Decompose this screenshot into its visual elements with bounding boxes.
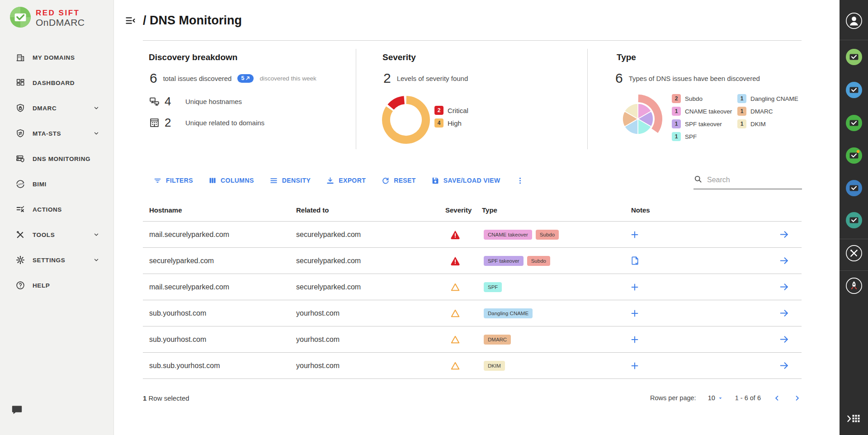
add-note-button[interactable] xyxy=(630,230,678,240)
type-chip: Dangling CNAME xyxy=(484,308,533,318)
pagination-range: 1 - 6 of 6 xyxy=(735,394,761,402)
row-detail-arrow-button[interactable] xyxy=(778,360,790,371)
type-chips-cell: CNAME takeoverSubdo xyxy=(484,230,628,240)
column-header-related-to[interactable]: Related to xyxy=(296,206,445,214)
add-note-button[interactable] xyxy=(630,308,678,318)
chevron-down-icon[interactable] xyxy=(93,232,99,239)
search-input[interactable] xyxy=(707,176,802,184)
severity-legend-item-high: 4High xyxy=(434,118,468,128)
column-header-notes[interactable]: Notes xyxy=(628,206,678,214)
reset-button[interactable]: RESET xyxy=(381,176,416,185)
domains-icon xyxy=(149,117,160,128)
row-detail-arrow-button[interactable] xyxy=(778,229,790,240)
sidebar-item-mta-sts[interactable]: MTA-STS xyxy=(0,121,113,146)
app-mail-check-icon[interactable] xyxy=(845,114,863,132)
sidebar-item-label: DNS MONITORING xyxy=(33,156,90,162)
table-row[interactable]: sub.yourhost.comyourhost.comDangling CNA… xyxy=(143,300,802,326)
rocket-circle-icon[interactable] xyxy=(845,278,862,294)
severity-donut-chart xyxy=(381,95,431,147)
related-to-cell: yourhost.com xyxy=(296,309,445,317)
sidebar-item-my-domains[interactable]: MY DOMAINS xyxy=(0,45,113,70)
sidebar-item-actions[interactable]: ACTIONS xyxy=(0,197,113,222)
apps-grid-icon[interactable] xyxy=(847,414,861,424)
sidebar-item-label: MTA-STS xyxy=(33,130,61,137)
table-row[interactable]: securelyparked.comsecurelyparked.comSPF … xyxy=(143,248,802,274)
sidebar-item-dashboard[interactable]: DASHBOARD xyxy=(0,70,113,95)
app-globe-check-icon[interactable] xyxy=(845,81,863,99)
search-box xyxy=(693,175,802,189)
filters-button[interactable]: FILTERS xyxy=(153,176,193,185)
chevron-down-icon[interactable] xyxy=(93,105,99,113)
sidebar-item-settings[interactable]: SETTINGS xyxy=(0,247,113,273)
add-note-button[interactable] xyxy=(630,335,678,345)
rows-per-page-select[interactable]: 10 xyxy=(708,394,723,402)
chevron-down-icon[interactable] xyxy=(93,257,99,265)
type-legend-item-dkim: 1DKIM xyxy=(737,119,798,128)
row-detail-arrow-button[interactable] xyxy=(778,307,790,319)
trend-up-icon xyxy=(245,76,250,80)
chat-bubble-icon[interactable] xyxy=(11,404,23,417)
header-divider xyxy=(143,40,802,41)
previous-page-button[interactable] xyxy=(773,394,781,402)
sidebar-item-tools[interactable]: TOOLS xyxy=(0,222,113,247)
row-detail-arrow-button[interactable] xyxy=(778,255,790,266)
rows-selected-text: 1 Row selected xyxy=(143,394,189,402)
my-domains-icon xyxy=(15,52,25,62)
more-options-button[interactable] xyxy=(516,176,524,185)
sidebar-item-bimi[interactable]: LOGOBIMI xyxy=(0,171,113,197)
dmarc-shield-icon xyxy=(15,103,25,113)
sidebar-item-dmarc[interactable]: DMARC xyxy=(0,95,113,121)
legend-count-badge: 1 xyxy=(737,94,746,103)
main-content: / DNS Monitoring Discovery breakdown 6 t… xyxy=(114,0,840,435)
app-ondmarc-icon[interactable] xyxy=(845,48,863,66)
related-to-cell: securelyparked.com xyxy=(296,231,445,239)
save-load-view-button[interactable]: SAVE/LOAD VIEW xyxy=(431,176,500,184)
chevron-down-icon[interactable] xyxy=(93,130,99,138)
brand-logo: RED SIFT OnDMARC xyxy=(10,7,85,29)
add-note-button[interactable] xyxy=(630,361,678,371)
kebab-menu-icon xyxy=(516,176,524,185)
app-mail-crown-icon[interactable] xyxy=(845,147,863,164)
app-radar-icon[interactable] xyxy=(845,212,863,229)
table-row[interactable]: sub.sub.yourhost.comyourhost.comDKIM xyxy=(143,353,802,379)
total-issues-value: 6 xyxy=(150,71,157,86)
table-row[interactable]: sub.yourhost.comyourhost.comDMARC xyxy=(143,326,802,353)
columns-button[interactable]: COLUMNS xyxy=(208,176,254,184)
sidebar-item-dns-monitoring[interactable]: DNS MONITORING xyxy=(0,146,113,171)
export-button[interactable]: EXPORT xyxy=(326,176,366,185)
filter-icon xyxy=(153,176,162,185)
type-chip: SPF takeover xyxy=(484,256,524,266)
column-header-severity[interactable]: Severity xyxy=(445,206,482,214)
type-legend-item-spf: 1SPF xyxy=(672,132,732,141)
app-flash-icon[interactable] xyxy=(845,180,863,197)
settings-gear-icon xyxy=(15,255,25,265)
tools-circle-icon[interactable] xyxy=(845,245,862,262)
table-row[interactable]: mail.securelyparked.comsecurelyparked.co… xyxy=(143,274,802,300)
card-divider xyxy=(587,49,588,149)
save-icon xyxy=(431,176,439,184)
note-added-button[interactable] xyxy=(630,255,678,266)
column-header-hostname[interactable]: Hostname xyxy=(143,206,296,214)
redsift-logo-icon xyxy=(10,7,31,29)
caret-down-icon xyxy=(717,395,723,401)
add-note-button[interactable] xyxy=(630,282,678,292)
type-legend-col2: 1Dangling CNAME1DMARC1DKIM xyxy=(737,94,798,128)
severity-legend: 2Critical4High xyxy=(434,106,468,128)
row-detail-arrow-button[interactable] xyxy=(778,281,790,293)
related-to-cell: yourhost.com xyxy=(296,362,445,370)
row-detail-arrow-button[interactable] xyxy=(778,334,790,345)
discovery-card-title: Discovery breakdown xyxy=(149,52,237,62)
table-row[interactable]: mail.securelyparked.comsecurelyparked.co… xyxy=(143,222,802,248)
next-page-button[interactable] xyxy=(793,394,802,402)
right-app-rail xyxy=(840,0,868,435)
type-chips-cell: DKIM xyxy=(484,361,628,371)
account-avatar-icon[interactable] xyxy=(845,13,862,29)
column-header-type[interactable]: Type xyxy=(482,206,628,214)
type-legend-item-dangling-cname: 1Dangling CNAME xyxy=(737,94,798,103)
reset-icon xyxy=(381,176,390,185)
density-button[interactable]: DENSITY xyxy=(269,176,311,185)
unique-domains-stat: 2 Unique related to domains xyxy=(149,113,264,132)
sidebar-collapse-button[interactable] xyxy=(124,14,137,28)
table-body: mail.securelyparked.comsecurelyparked.co… xyxy=(143,222,802,379)
sidebar-item-help[interactable]: HELP xyxy=(0,273,113,298)
